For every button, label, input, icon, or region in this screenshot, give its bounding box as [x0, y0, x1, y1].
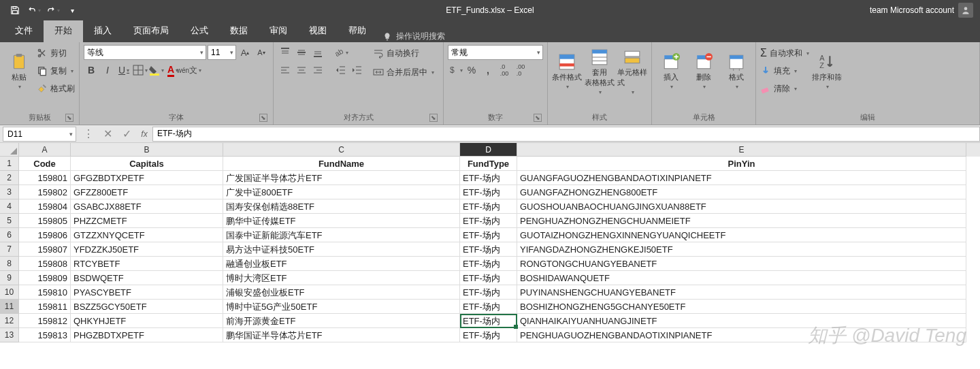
cell[interactable]: 广发国证半导体芯片ETF: [223, 171, 460, 185]
cell[interactable]: 159805: [19, 214, 71, 228]
cell[interactable]: ETF-场内: [460, 314, 517, 328]
clipboard-launcher[interactable]: ⬊: [65, 114, 74, 122]
font-name-combo[interactable]: 等线: [84, 45, 206, 60]
border-icon[interactable]: [133, 63, 148, 78]
cell[interactable]: RTCYBETF: [71, 257, 223, 271]
orientation-icon[interactable]: ab: [333, 45, 348, 60]
bold-icon[interactable]: B: [84, 63, 99, 78]
cell[interactable]: GUOTAIZHONGZHENGXINNENGYUANQICHEETF: [517, 228, 966, 242]
tab-formulas[interactable]: 公式: [180, 19, 219, 42]
fx-icon[interactable]: fx: [136, 129, 152, 139]
cell[interactable]: GUANGFAGUOZHENGBANDAOTIXINPIANETF: [517, 171, 966, 185]
cell[interactable]: BSDWQETF: [71, 271, 223, 285]
col-header-D[interactable]: D: [460, 143, 517, 157]
row-header[interactable]: 5: [0, 214, 19, 228]
cell[interactable]: 浦银安盛创业板ETF: [223, 285, 460, 300]
decrease-indent-icon[interactable]: [333, 63, 348, 78]
align-right-icon[interactable]: [310, 63, 325, 78]
cell[interactable]: 159812: [19, 314, 71, 328]
cell[interactable]: ETF-场内: [460, 328, 517, 342]
tab-insert[interactable]: 插入: [83, 19, 122, 42]
redo-icon[interactable]: [44, 2, 63, 18]
col-header-B[interactable]: B: [71, 143, 223, 157]
cell[interactable]: FundName: [223, 157, 460, 171]
cut-button[interactable]: 剪切: [37, 45, 75, 61]
cell[interactable]: PENGHUAGUOZHENGBANDAOTIXINPIANETF: [517, 328, 966, 342]
row-header[interactable]: 4: [0, 199, 19, 214]
cell[interactable]: PinYin: [517, 157, 966, 171]
col-header-E[interactable]: E: [517, 143, 966, 157]
cell[interactable]: FundType: [460, 157, 517, 171]
align-left-icon[interactable]: [278, 63, 293, 78]
tab-layout[interactable]: 页面布局: [122, 19, 180, 42]
select-all-button[interactable]: [0, 143, 19, 157]
sort-filter-button[interactable]: AZ排序和筛: [812, 45, 842, 98]
cell[interactable]: GFGZBDTXPETF: [71, 171, 223, 185]
cell[interactable]: GUOSHOUANBAOCHUANGJINGXUAN88ETF: [517, 199, 966, 214]
accounting-icon[interactable]: $: [448, 63, 463, 78]
row-header[interactable]: 12: [0, 314, 19, 328]
cell[interactable]: Capitals: [71, 157, 223, 171]
cell[interactable]: 国寿安保创精选88ETF: [223, 199, 460, 214]
autosum-button[interactable]: Σ自动求和: [760, 45, 809, 61]
cell[interactable]: BSZZ5GCY50ETF: [71, 300, 223, 314]
row-header[interactable]: 10: [0, 285, 19, 300]
tab-view[interactable]: 视图: [298, 19, 338, 42]
cell[interactable]: ETF-场内: [460, 214, 517, 228]
font-size-combo[interactable]: 11: [208, 45, 236, 60]
save-icon[interactable]: [5, 2, 24, 18]
cell[interactable]: 博时中证5G产业50ETF: [223, 300, 460, 314]
cell[interactable]: 159808: [19, 257, 71, 271]
tab-file[interactable]: 文件: [4, 19, 44, 42]
row-header[interactable]: 7: [0, 242, 19, 257]
tab-home[interactable]: 开始: [44, 19, 83, 42]
format-painter-button[interactable]: 格式刷: [37, 80, 75, 97]
format-cells-button[interactable]: 格式: [721, 45, 751, 98]
cancel-icon[interactable]: ✕: [98, 127, 117, 142]
cell[interactable]: 159802: [19, 185, 71, 199]
merge-center-button[interactable]: 合并后居中: [373, 64, 434, 80]
align-center-icon[interactable]: [294, 63, 309, 78]
cell[interactable]: ETF-场内: [460, 185, 517, 199]
shrink-font-icon[interactable]: A▾: [254, 45, 269, 60]
row-header[interactable]: 13: [0, 328, 19, 342]
col-header-C[interactable]: C: [223, 143, 460, 157]
cell[interactable]: GFZZ800ETF: [71, 185, 223, 199]
fill-button[interactable]: 填充: [760, 63, 809, 79]
cell[interactable]: BOSHIZHONGZHENG5GCHANYE50ETF: [517, 300, 966, 314]
cell[interactable]: PHZZCMETF: [71, 214, 223, 228]
row-header[interactable]: 6: [0, 228, 19, 242]
undo-icon[interactable]: [24, 2, 44, 18]
increase-indent-icon[interactable]: [350, 63, 365, 78]
decrease-decimal-icon[interactable]: .00.0: [513, 63, 528, 78]
row-header[interactable]: 8: [0, 257, 19, 271]
cell[interactable]: ETF-场内: [460, 242, 517, 257]
format-table-button[interactable]: 套用 表格格式: [585, 45, 615, 98]
cell[interactable]: 鹏华国证半导体芯片ETF: [223, 328, 460, 342]
wrap-text-button[interactable]: 自动换行: [373, 45, 434, 61]
name-box[interactable]: D11: [3, 127, 76, 142]
clear-button[interactable]: 清除: [760, 80, 809, 97]
tab-data[interactable]: 数据: [219, 19, 259, 42]
row-header[interactable]: 9: [0, 271, 19, 285]
row-header[interactable]: 3: [0, 185, 19, 199]
cell[interactable]: PENGHUAZHONGZHENGCHUANMEIETF: [517, 214, 966, 228]
cell[interactable]: GUANGFAZHONGZHENG800ETF: [517, 185, 966, 199]
alignment-launcher[interactable]: ⬊: [429, 114, 438, 122]
cell[interactable]: 159811: [19, 300, 71, 314]
cell[interactable]: YFDZZKJ50ETF: [71, 242, 223, 257]
cell[interactable]: ETF-场内: [460, 271, 517, 285]
cell[interactable]: 159809: [19, 271, 71, 285]
font-launcher[interactable]: ⬊: [259, 114, 267, 122]
conditional-format-button[interactable]: 条件格式: [552, 45, 582, 98]
phonetic-icon[interactable]: wén文: [182, 63, 197, 78]
cell[interactable]: ETF-场内: [460, 199, 517, 214]
grow-font-icon[interactable]: A▴: [238, 45, 252, 60]
cell-styles-button[interactable]: 单元格样式: [617, 45, 647, 98]
cell[interactable]: ETF-场内: [460, 171, 517, 185]
delete-cells-button[interactable]: 删除: [689, 45, 719, 98]
cell[interactable]: 博时大湾区ETF: [223, 271, 460, 285]
row-header[interactable]: 1: [0, 157, 19, 171]
cell[interactable]: 159806: [19, 228, 71, 242]
qat-customize-icon[interactable]: ▾: [63, 2, 82, 18]
